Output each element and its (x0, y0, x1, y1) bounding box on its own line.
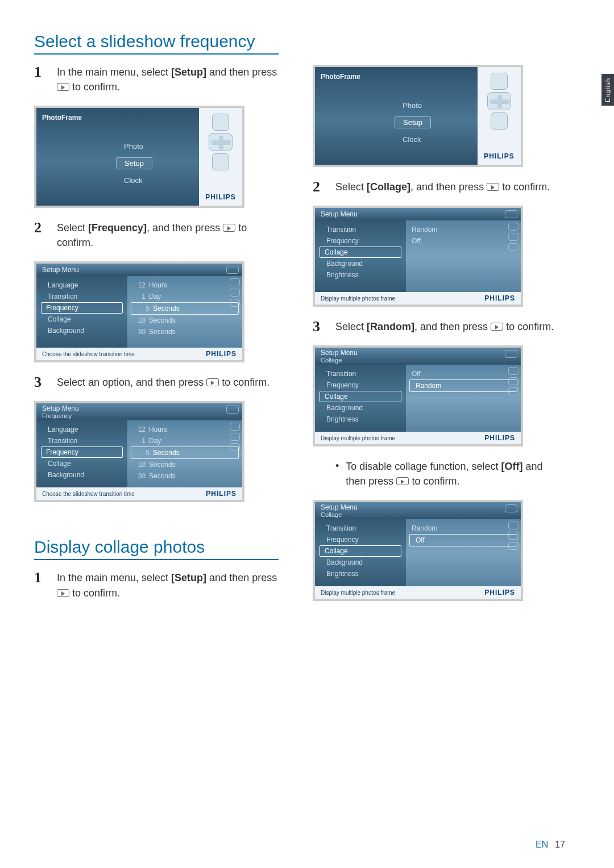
screenshot-title: PhotoFrame (321, 73, 360, 81)
step-number: 3 (313, 319, 326, 334)
setup-menu-title: Setup Menu (42, 404, 242, 412)
screenshot-setup-menu: Setup Menu Collage Transition Frequency … (313, 345, 523, 446)
step-text: In the main menu, select [Setup] and the… (57, 65, 279, 94)
hint-text: Display multiple photos frame (321, 295, 395, 302)
list-item: Frequency (315, 534, 406, 545)
brand-logo: PHILIPS (484, 434, 515, 442)
brand-logo: PHILIPS (484, 589, 515, 596)
list-item: Background (315, 557, 406, 568)
screenshot-title: PhotoFrame (42, 114, 82, 122)
menu-item: Photo (116, 141, 152, 152)
list-item: Background (36, 469, 127, 481)
setup-menu-subtitle: Frequency (42, 412, 242, 419)
section-heading-frequency: Select a slideshow frequency (34, 32, 279, 55)
hint-text: Choose the slideshow transition time (42, 351, 135, 357)
brand-logo: PHILIPS (484, 152, 515, 160)
step-number: 1 (34, 65, 48, 80)
footer-page: 17 (555, 840, 565, 849)
value-item: Off (406, 368, 521, 379)
hint-text: Choose the slideshow transition time (42, 491, 135, 497)
play-icon (57, 589, 69, 597)
hint-text: Display multiple photos frame (321, 590, 395, 596)
value-selected: 5Seconds (131, 446, 239, 459)
value-selected: Off (409, 534, 517, 546)
list-item-selected: Collage (320, 391, 401, 402)
header-icon (226, 406, 239, 414)
screenshot-main-menu: PhotoFrame Photo Setup Clock PHILIPS (34, 106, 244, 208)
list-item: Brightness (315, 414, 406, 425)
brand-logo: PHILIPS (205, 193, 236, 201)
brand-logo: PHILIPS (206, 350, 237, 358)
list-item: Language (36, 424, 127, 435)
list-item: Transition (315, 523, 406, 534)
setup-menu-subtitle: Collage (321, 357, 521, 364)
list-item: Brightness (315, 568, 406, 579)
brand-logo: PHILIPS (206, 490, 237, 498)
value-item: Random (406, 523, 521, 534)
dpad-bottom-icon (212, 153, 229, 170)
list-item: Collage (36, 314, 127, 325)
screenshot-setup-menu: Setup Menu Language Transition Frequency… (34, 261, 244, 362)
bullet-icon: • (335, 459, 339, 489)
list-item: Frequency (315, 235, 406, 247)
play-icon (396, 477, 409, 485)
list-item-selected: Collage (320, 247, 401, 258)
step-number: 3 (34, 375, 48, 390)
dpad-cross-icon (209, 133, 233, 151)
list-item-selected: Frequency (41, 302, 123, 314)
list-item: Brightness (315, 269, 406, 281)
menu-item: Clock (395, 134, 431, 145)
screenshot-setup-menu: Setup Menu Frequency Language Transition… (34, 401, 244, 502)
bullet-text: To disable collage function, select [Off… (346, 459, 557, 489)
dpad-top-icon (212, 114, 229, 131)
list-item: Language (36, 279, 127, 291)
value-selected: Random (409, 379, 517, 392)
menu-item-selected: Setup (116, 157, 152, 169)
list-item-selected: Frequency (41, 446, 123, 458)
dpad-icon (208, 114, 234, 170)
play-icon (487, 183, 499, 191)
setup-menu-title: Setup Menu (321, 349, 521, 357)
screenshot-setup-menu: Setup Menu Collage Transition Frequency … (313, 500, 523, 601)
section-heading-collage: Display collage photos (34, 537, 279, 560)
menu-item: Clock (116, 175, 152, 186)
step-text: In the main menu, select [Setup] and the… (57, 570, 279, 600)
step-text: Select [Frequency], and then press to co… (57, 220, 279, 250)
list-item: Transition (315, 368, 406, 379)
footer-lang: EN (536, 840, 548, 849)
step-number: 2 (34, 220, 48, 235)
list-item: Collage (36, 458, 127, 469)
step-number: 2 (313, 180, 326, 194)
step-text: Select an option, and then press to conf… (57, 375, 279, 390)
list-item: Frequency (315, 379, 406, 391)
header-icon (226, 266, 239, 274)
step-number: 1 (34, 570, 48, 585)
language-tab: English (601, 74, 614, 106)
list-item: Transition (36, 435, 127, 446)
value-item: Random (406, 224, 521, 235)
main-menu-list: Photo Setup Clock (395, 100, 431, 145)
play-icon (206, 378, 219, 386)
value-item: Off (406, 235, 521, 247)
screenshot-main-menu: PhotoFrame Photo Setup Clock PHILIPS (313, 65, 523, 167)
list-item-selected: Collage (320, 545, 401, 557)
main-menu-list: Photo Setup Clock (116, 141, 152, 186)
hint-text: Display multiple photos frame (321, 435, 395, 441)
list-item: Background (36, 325, 127, 336)
play-icon (491, 323, 503, 331)
brand-logo: PHILIPS (484, 294, 515, 302)
step-text: Select [Random], and then press to confi… (335, 319, 557, 334)
setup-menu-title: Setup Menu (321, 210, 521, 218)
setup-menu-title: Setup Menu (321, 503, 521, 511)
setup-menu-title: Setup Menu (42, 266, 242, 274)
setup-menu-subtitle: Collage (321, 511, 521, 518)
list-item: Background (315, 258, 406, 269)
play-icon (223, 224, 235, 232)
screenshot-setup-menu: Setup Menu Transition Frequency Collage … (313, 206, 523, 307)
menu-item: Photo (395, 100, 431, 111)
list-item: Background (315, 402, 406, 414)
page-footer: EN17 (536, 840, 565, 850)
list-item: Transition (36, 291, 127, 302)
value-selected: 5Seconds (131, 302, 239, 315)
menu-item-selected: Setup (395, 116, 431, 128)
